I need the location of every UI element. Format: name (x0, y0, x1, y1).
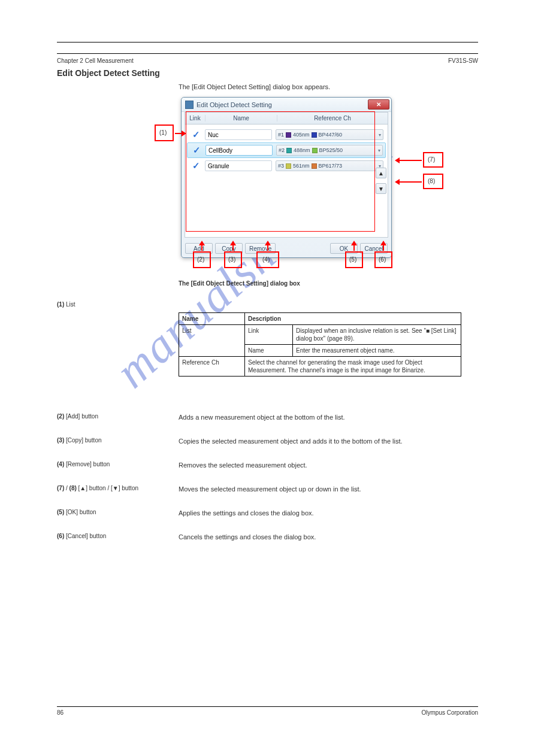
intro-text: The [Edit Object Detect Setting] dialog … (179, 83, 330, 91)
page: Chapter 2 Cell Measurement FV31S-SW manu… (0, 0, 535, 756)
move-down-button[interactable]: ▼ (376, 183, 386, 194)
chevron-down-icon: ▾ (379, 132, 381, 138)
cell: Link (245, 325, 293, 345)
triangle-down-icon: ▼ (378, 186, 384, 192)
callout-label: (2) (197, 256, 204, 263)
cell: Displayed when an inclusive relation is … (293, 325, 461, 345)
th-name: Name (179, 313, 245, 325)
footer: 86 Olympus Corporation (57, 706, 478, 716)
item-desc: Cancels the settings and closes the dial… (179, 533, 461, 542)
figure-caption: The [Edit Object Detect Setting] dialog … (179, 280, 300, 287)
cell: Reference Ch (179, 357, 245, 377)
callout-box: (8) (423, 174, 443, 189)
callout-box (186, 111, 375, 232)
footer-company: Olympus Corporation (422, 709, 478, 716)
callout-box: (3) (224, 251, 242, 268)
item-heading: (5) [OK] button (57, 509, 165, 515)
callout-label: (3) (228, 256, 235, 263)
cell: Select the channel for generating the ma… (245, 357, 461, 377)
callout-box: (1) (155, 125, 174, 141)
callout-label: (1) (159, 129, 167, 136)
arrow-icon (383, 241, 384, 251)
arrow-icon (267, 241, 268, 251)
move-up-button[interactable]: ▲ (376, 168, 386, 178)
item-heading: (3) [Copy] button (57, 437, 165, 444)
item-desc: Adds a new measurement object at the bot… (179, 413, 461, 422)
item-heading: (2) [Add] button (57, 413, 165, 420)
dialog-title: Edit Object Detect Setting (197, 101, 368, 108)
callout-box: (7) (423, 152, 443, 168)
item-desc: Removes the selected measurement object. (179, 461, 461, 470)
arrow-icon (175, 133, 186, 134)
item-heading: (4) [Remove] button (57, 461, 165, 467)
arrow-icon (395, 160, 422, 161)
cell: List (179, 325, 245, 357)
cell: Enter the measurement object name. (293, 345, 461, 357)
callout-box: (2) (193, 251, 211, 268)
arrow-icon (232, 241, 234, 251)
cell: Name (245, 345, 293, 357)
app-icon (185, 101, 194, 109)
arrow-icon (353, 241, 355, 251)
callout-label: (4) (262, 256, 270, 263)
callout-box: (5) (345, 251, 363, 268)
callout-box: (4) (256, 251, 279, 268)
item-desc: Applies the settings and closes the dial… (179, 509, 461, 518)
callout-box: (6) (374, 251, 392, 268)
section-title: Edit Object Detect Setting (57, 68, 160, 78)
header-left: Chapter 2 Cell Measurement (57, 57, 134, 64)
item-desc: Copies the selected measurement object a… (179, 437, 461, 446)
close-icon: ✕ (376, 101, 381, 108)
arrow-icon (395, 181, 422, 183)
titlebar: Edit Object Detect Setting ✕ (182, 98, 391, 112)
callout-label: (5) (349, 256, 356, 263)
callout-label: (6) (379, 256, 386, 263)
close-button[interactable]: ✕ (368, 99, 389, 110)
page-number: 86 (57, 709, 64, 716)
description-table: Name Description List Link Displayed whe… (179, 312, 461, 377)
arrow-icon (201, 241, 202, 251)
header-right: FV31S-SW (448, 57, 478, 64)
item-desc: Moves the selected measurement object up… (179, 485, 461, 494)
triangle-up-icon: ▲ (378, 170, 384, 177)
chevron-down-icon: ▾ (378, 148, 380, 153)
header-rule (57, 42, 478, 54)
reorder-buttons: ▲ ▼ (376, 168, 386, 194)
header: Chapter 2 Cell Measurement FV31S-SW (57, 57, 478, 64)
item-heading: (6) [Cancel] button (57, 533, 165, 539)
th-desc: Description (245, 313, 461, 325)
callout-label: (7) (428, 156, 435, 163)
callout-label: (8) (428, 178, 435, 184)
item-heading: (7) / (8) [▲] button / [▼] button (57, 485, 165, 491)
item-heading: (1) List (57, 301, 165, 308)
